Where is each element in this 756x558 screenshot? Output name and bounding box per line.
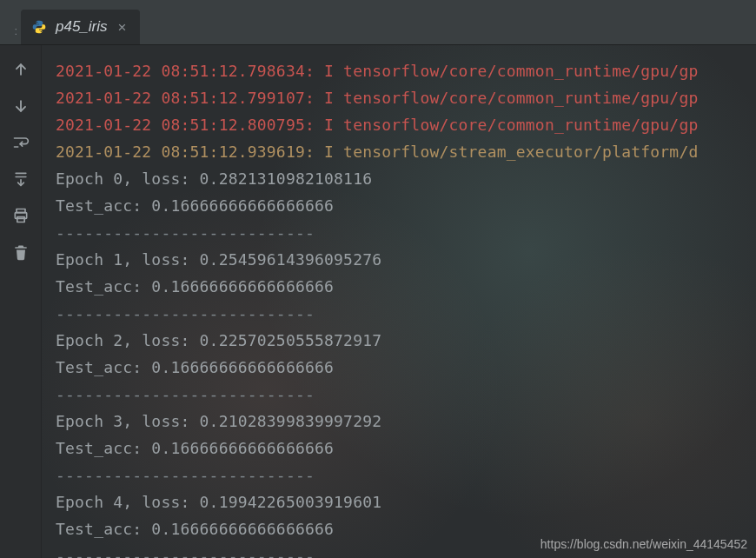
editor-tabbar: : p45_iris × bbox=[0, 0, 756, 45]
tab-title: p45_iris bbox=[56, 18, 108, 36]
console-line: Epoch 1, loss: 0.25459614396095276 bbox=[56, 246, 756, 273]
console-line: 2021-01-22 08:51:12.800795: I tensorflow… bbox=[56, 111, 756, 138]
console-line: Test_acc: 0.16666666666666666 bbox=[56, 273, 756, 300]
console-line: Test_acc: 0.16666666666666666 bbox=[56, 435, 756, 462]
console-line: 2021-01-22 08:51:12.798634: I tensorflow… bbox=[56, 57, 756, 84]
arrow-down-icon bbox=[12, 97, 30, 115]
arrow-down-button[interactable] bbox=[9, 94, 33, 118]
console-line: Epoch 3, loss: 0.21028399839997292 bbox=[56, 408, 756, 435]
scroll-to-end-button[interactable] bbox=[9, 167, 33, 191]
console-toolbar bbox=[0, 45, 42, 558]
console-line: --------------------------- bbox=[56, 300, 756, 327]
trash-icon bbox=[12, 243, 30, 261]
console-line: 2021-01-22 08:51:12.939619: I tensorflow… bbox=[56, 138, 756, 165]
console-line: --------------------------- bbox=[56, 219, 756, 246]
soft-wrap-button[interactable] bbox=[9, 130, 33, 155]
run-label-fragment: : bbox=[0, 24, 21, 37]
console-line: Test_acc: 0.16666666666666666 bbox=[56, 515, 756, 542]
console-line: --------------------------- bbox=[56, 462, 756, 488]
clear-all-button[interactable] bbox=[9, 240, 33, 264]
print-icon bbox=[12, 207, 30, 224]
close-icon[interactable]: × bbox=[116, 20, 129, 35]
console-line: Epoch 0, loss: 0.2821310982108116 bbox=[56, 165, 756, 192]
console-line: --------------------------- bbox=[56, 381, 756, 408]
console-line: --------------------------- bbox=[56, 542, 756, 558]
console-line: Epoch 2, loss: 0.22570250555872917 bbox=[56, 327, 756, 354]
run-tool-window: 2021-01-22 08:51:12.798634: I tensorflow… bbox=[0, 45, 756, 558]
console-line: Test_acc: 0.16666666666666666 bbox=[56, 192, 756, 219]
console-line: Epoch 4, loss: 0.19942265003919601 bbox=[56, 488, 756, 515]
print-button[interactable] bbox=[9, 203, 33, 228]
console-line: Test_acc: 0.16666666666666666 bbox=[56, 354, 756, 381]
tab-p45-iris[interactable]: p45_iris × bbox=[21, 10, 140, 44]
arrow-up-icon bbox=[12, 61, 30, 78]
python-file-icon bbox=[31, 19, 47, 35]
scroll-to-end-icon bbox=[12, 170, 30, 188]
console-output[interactable]: 2021-01-22 08:51:12.798634: I tensorflow… bbox=[42, 45, 756, 558]
rerun-arrow-up-button[interactable] bbox=[9, 57, 33, 82]
soft-wrap-icon bbox=[12, 134, 30, 151]
console-line: 2021-01-22 08:51:12.799107: I tensorflow… bbox=[56, 84, 756, 111]
